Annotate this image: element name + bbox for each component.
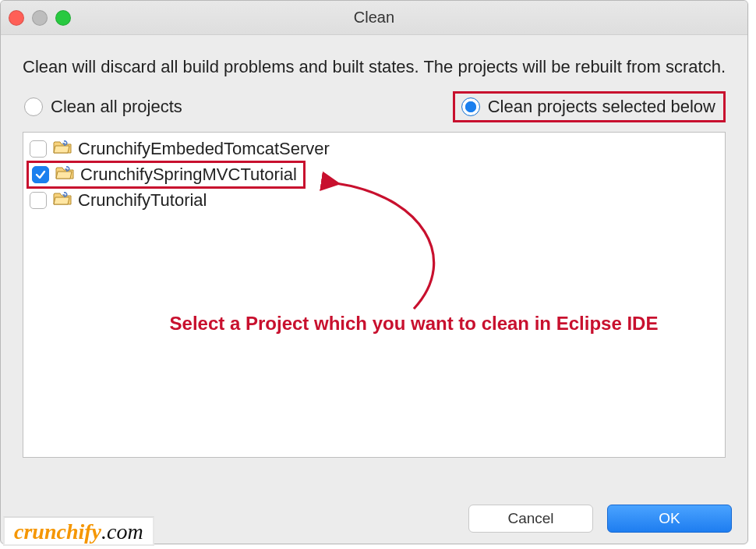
- radio-label: Clean all projects: [51, 97, 182, 117]
- window-controls: [9, 10, 71, 26]
- radio-label: Clean projects selected below: [488, 97, 715, 117]
- annotation-arrow-icon: [313, 172, 515, 328]
- maximize-window-button[interactable]: [55, 10, 71, 26]
- radio-indicator: [24, 97, 43, 116]
- dialog-footer: Cancel OK: [468, 505, 732, 533]
- cancel-button[interactable]: Cancel: [468, 505, 593, 533]
- project-row[interactable]: CrunchifyEmbededTomcatServer: [26, 137, 719, 161]
- minimize-window-button[interactable]: [32, 10, 48, 26]
- watermark-brand: crunchify: [14, 519, 101, 544]
- project-row[interactable]: CrunchifySpringMVCTutorial: [26, 161, 306, 189]
- project-name: CrunchifySpringMVCTutorial: [80, 165, 297, 185]
- watermark-suffix: .com: [101, 519, 143, 544]
- project-checkbox[interactable]: [30, 192, 47, 209]
- folder-icon: [55, 165, 74, 185]
- close-window-button[interactable]: [9, 10, 24, 26]
- folder-icon: [53, 139, 72, 159]
- radio-row: Clean all projects Clean projects select…: [23, 91, 726, 122]
- window-title: Clean: [354, 9, 394, 27]
- annotation-text: Select a Project which you want to clean…: [141, 313, 687, 335]
- folder-icon: [53, 190, 72, 211]
- ok-button[interactable]: OK: [607, 505, 732, 533]
- radio-indicator: [461, 97, 480, 116]
- project-checkbox[interactable]: [30, 140, 47, 158]
- watermark: crunchify.com: [3, 516, 154, 546]
- radio-clean-all[interactable]: Clean all projects: [23, 94, 187, 120]
- dialog-window: Clean Clean will discard all build probl…: [0, 0, 748, 544]
- radio-clean-selected[interactable]: Clean projects selected below: [453, 91, 726, 122]
- dialog-description: Clean will discard all build problems an…: [23, 55, 726, 79]
- titlebar: Clean: [1, 1, 747, 35]
- project-checkbox[interactable]: [32, 166, 49, 183]
- project-name: CrunchifyTutorial: [78, 190, 207, 211]
- project-name: CrunchifyEmbededTomcatServer: [78, 139, 330, 159]
